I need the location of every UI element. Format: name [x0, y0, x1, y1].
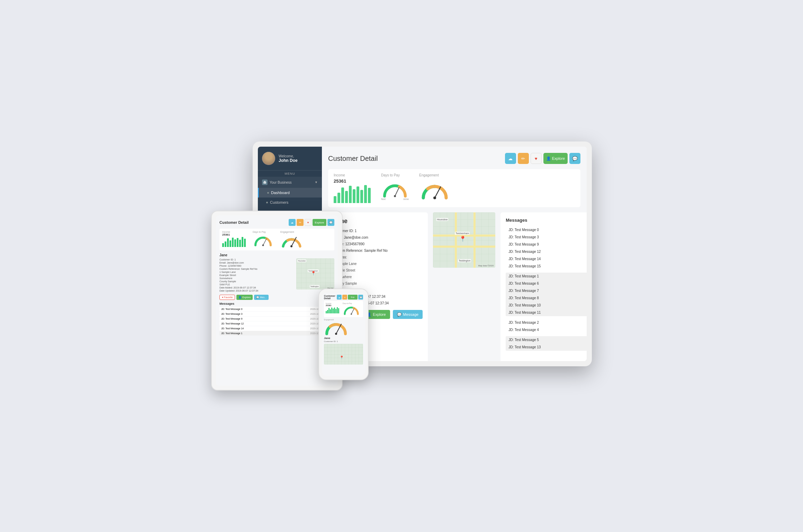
phone-cloud-btn[interactable]: ☁ — [337, 295, 342, 300]
tablet-daystopay-stat: Days to Pay — [253, 231, 273, 248]
message-item[interactable]: JD: Test Message 132020-10-09 15:10:47 — [506, 343, 587, 351]
message-name: JD: Test Message 2 — [508, 321, 539, 324]
explore-header-button[interactable]: 👤 Explore — [543, 153, 568, 164]
message-item[interactable]: JD: Test Message 12020-10-21 15:10:47 — [506, 273, 587, 280]
tablet-msg-btn[interactable]: 💬 — [327, 219, 334, 226]
stats-row: Income 25361 Days to Pay — [328, 169, 580, 207]
sidebar-business-item[interactable]: Your Business ▼ — [258, 177, 322, 188]
tablet-msg-action[interactable]: 💬 Mes... — [254, 295, 269, 300]
map-pin: 📍 — [459, 236, 466, 242]
svg-point-13 — [335, 333, 337, 335]
nav-dot-customers — [266, 202, 268, 203]
map-label-twickenham: Twickenham — [455, 232, 470, 235]
message-item[interactable]: JD: Test Message 82020-10-14 15:10:47 — [506, 294, 587, 302]
phone-gauge — [343, 304, 360, 315]
customer-email-field: Email: Jane@doe.com — [333, 235, 423, 240]
phone-map-pin: 📍 — [340, 356, 344, 359]
sidebar-item-customers[interactable]: Customers — [258, 198, 322, 207]
chevron-down-icon: ▼ — [315, 181, 318, 184]
tablet-explore-action[interactable]: 👤 Explore — [236, 295, 253, 300]
message-name: JD: Test Message 13 — [508, 345, 541, 349]
message-item[interactable]: JD: Test Message 112020-10-11 15:10:47 — [506, 309, 587, 316]
tablet-cloud-btn[interactable]: ☁ — [289, 219, 296, 226]
tablet-header: Customer Detail ☁ ✏ ♥ Explore 💬 — [219, 219, 334, 226]
message-button[interactable]: 💬 Message — [393, 310, 423, 319]
message-item[interactable]: JD: Test Message 22020-10-20 15:10:47 — [506, 319, 587, 326]
cloud-button[interactable]: ☁ — [505, 153, 516, 164]
messages-group-1: JD: Test Message 02020-10-22 15:10:47JD:… — [506, 226, 587, 270]
sidebar-user-name: John Doe — [279, 158, 298, 163]
tablet-heart-btn[interactable]: ♥ — [305, 219, 312, 226]
messages-panel: Messages JD: Test Message 02020-10-22 15… — [500, 212, 587, 361]
message-name: JD: Test Message 0 — [508, 228, 539, 232]
messages-group-3: JD: Test Message 22020-10-20 15:10:47JD:… — [506, 319, 587, 333]
message-name: JD: Test Message 7 — [508, 289, 539, 293]
tablet-edit-btn[interactable]: ✏ — [297, 219, 304, 226]
message-item[interactable]: JD: Test Message 02020-10-22 15:10:47 — [506, 226, 587, 233]
sidebar-item-dashboard[interactable]: Dashboard — [258, 188, 322, 198]
phone-engagement-section: Engagement — [324, 319, 363, 336]
heart-button[interactable]: ♥ — [531, 153, 542, 164]
message-item[interactable]: JD: Test Message 62020-10-16 15:10:47 — [506, 280, 587, 287]
message-item[interactable]: JD: Test Message 142020-10-08 15:10:47 — [506, 255, 587, 263]
edit-icon: ✏ — [521, 156, 525, 161]
phone-edit-btn[interactable]: ✏ — [342, 295, 347, 300]
messages-more-link[interactable]: more ... — [506, 354, 587, 357]
tablet-bar-chart — [222, 237, 246, 247]
tablet-cust-id: Customer ID: 1 — [219, 258, 294, 261]
messages-title: Messages — [506, 218, 587, 223]
business-icon — [262, 180, 268, 185]
chat-icon: 💬 — [572, 156, 578, 161]
customer-address-2: Sample Street — [333, 268, 423, 273]
message-item[interactable]: JD: Test Message 32020-10-19 15:10:47 — [506, 233, 587, 241]
sidebar-menu-label: MENU — [258, 171, 322, 177]
message-item[interactable]: JD: Test Message 92020-10-13 15:10:47 — [506, 241, 587, 248]
avatar — [262, 152, 275, 165]
phone-dtp-stat: Days to Pay — [343, 302, 360, 316]
tablet-fav-button[interactable]: ♥ Favorite — [219, 295, 235, 300]
message-item[interactable]: JD: Test Message 52020-10-17 15:10:47 — [506, 336, 587, 343]
engagement-stat: Engagement — [419, 173, 450, 203]
messages-group-2: JD: Test Message 12020-10-21 15:10:47JD:… — [506, 273, 587, 316]
income-label: Income — [334, 173, 371, 177]
message-name: JD: Test Message 4 — [508, 328, 539, 332]
message-header-button[interactable]: 💬 — [569, 153, 580, 164]
tablet-ref: Custom Reference: Sample Ref No — [219, 268, 294, 270]
phone-income-val: 25361 — [326, 304, 339, 306]
tablet-postcode: SAM PLE — [219, 283, 294, 286]
scene: Welcome, John Doe MENU Your Business ▼ — [211, 141, 592, 391]
tablet-msg-3: JD: Test Message 92020-10-13 15:10:47 — [219, 317, 334, 321]
message-item[interactable]: JD: Test Message 122020-10-10 15:10:47 — [506, 248, 587, 255]
message-item[interactable]: JD: Test Message 152020-10-07 15:10:47 — [506, 263, 587, 270]
svg-point-5 — [433, 196, 436, 199]
edit-button[interactable]: ✏ — [518, 153, 529, 164]
message-name: JD: Test Message 9 — [508, 242, 539, 246]
message-item[interactable]: JD: Test Message 72020-10-15 15:10:47 — [506, 287, 587, 294]
svg-point-11 — [351, 313, 352, 315]
message-item[interactable]: JD: Test Message 42020-10-18 15:10:47 — [506, 326, 587, 333]
phone-actions: ☁ ✏ Exp 💬 — [337, 295, 363, 300]
user-icon: 👤 — [546, 156, 551, 161]
income-bar-chart — [334, 186, 371, 203]
svg-rect-1 — [264, 181, 265, 182]
message-name: JD: Test Message 15 — [508, 264, 541, 268]
message-name: JD: Test Message 12 — [508, 250, 541, 254]
tablet-msg-6: JD: Test Message 12020-10-21 15:10:47 — [219, 331, 334, 336]
phone-msg-btn[interactable]: 💬 — [358, 295, 363, 300]
customer-address-field: Address: — [333, 255, 423, 260]
customer-ref-field: Custom Reference: Sample Ref No — [333, 248, 423, 253]
message-item[interactable]: JD: Test Message 102020-10-12 15:10:47 — [506, 302, 587, 309]
svg-line-2 — [395, 187, 399, 196]
page-header: Customer Detail ☁ ✏ ♥ 👤 Exp — [328, 153, 580, 164]
sidebar-welcome-text: Welcome, — [279, 154, 298, 158]
svg-line-10 — [351, 309, 354, 314]
income-value: 25361 — [334, 178, 371, 184]
tablet-explore-btn[interactable]: Explore — [313, 219, 326, 226]
phone-device: Customer Detail ☁ ✏ Exp 💬 Income 25361 D… — [318, 288, 369, 380]
customer-name: Jane — [333, 218, 423, 225]
tablet-phone: Phone: 1234567890 — [219, 265, 294, 267]
customer-address-3: Somewhere — [333, 274, 423, 279]
page-title: Customer Detail — [328, 155, 378, 163]
phone-explore-btn[interactable]: Exp — [348, 295, 358, 300]
map-attribution: Map data ©2020 — [478, 265, 494, 267]
